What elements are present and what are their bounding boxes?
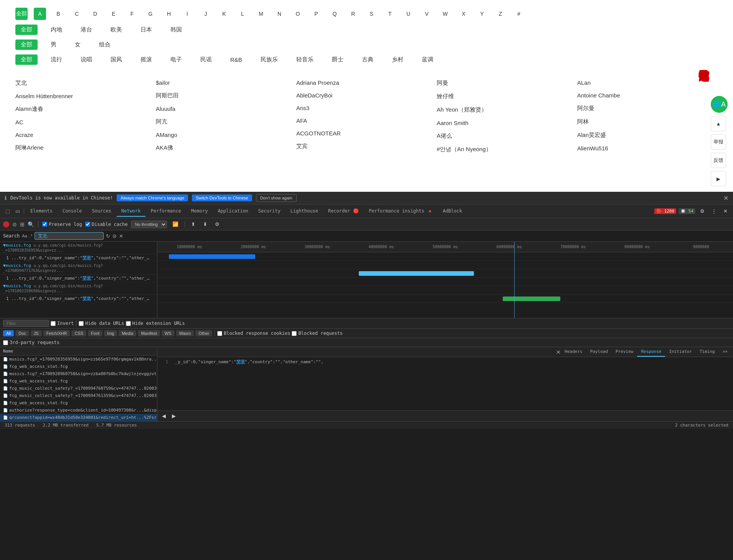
tab-performance[interactable]: Performance [146, 206, 186, 217]
filter-input[interactable] [3, 320, 49, 327]
request-sub-1[interactable]: 1 ...try_id":0,"singer_name":"艾北","count… [0, 254, 157, 262]
artist-item[interactable]: Ah Yeon（郑雅贤） [437, 103, 577, 117]
search-button[interactable]: 🔍 [28, 221, 34, 227]
artist-item[interactable]: ALan [577, 76, 718, 89]
artist-item[interactable]: $ailor [156, 76, 296, 89]
region-btn-mainland[interactable]: 内地 [45, 25, 68, 35]
tab-security[interactable]: Security [254, 206, 285, 217]
dot-button[interactable]: .* [30, 234, 32, 238]
genre-btn-guofeng[interactable]: 国风 [105, 54, 127, 65]
gender-btn-male[interactable]: 男 [45, 40, 62, 50]
artist-item[interactable]: Aaron Smith [437, 117, 577, 129]
device-icon[interactable]: ▭ [13, 207, 22, 216]
filter-css-button[interactable]: CSS [71, 330, 86, 336]
record-button[interactable] [3, 221, 9, 227]
response-text-1[interactable]: _y_id":0,"singer_name":"艾北","country":""… [175, 359, 324, 364]
tab-application[interactable]: Application [213, 206, 253, 217]
region-btn-all[interactable]: 全部 [15, 25, 38, 35]
alpha-btn-o[interactable]: O [292, 8, 304, 20]
artist-item[interactable]: Anselm Hüttenbrenner [15, 90, 156, 102]
gender-btn-group[interactable]: 组合 [94, 40, 116, 50]
alpha-btn-h[interactable]: H [163, 8, 175, 20]
preserve-log-label[interactable]: Preserve log [42, 222, 82, 227]
filter-fetch-button[interactable]: Fetch/XHR [43, 330, 70, 336]
name-row-7[interactable]: 📄 fcg_web_access_stat.fcg [0, 399, 157, 407]
name-row-1[interactable]: 📄 musics.fcg?_=1700928356959&sign=zzb65e… [0, 356, 157, 363]
response-tab-response[interactable]: Response [637, 347, 665, 357]
genre-btn-all[interactable]: 全部 [15, 54, 38, 65]
artist-item[interactable]: 阿曼 [437, 76, 577, 90]
switch-to-chinese-button[interactable]: Switch DevTools to Chinese [192, 194, 252, 201]
request-sub-2[interactable]: 1 ...try_id":0,"singer_name":"艾北","count… [0, 275, 157, 282]
more-options-icon[interactable]: ⋮ [709, 207, 719, 216]
name-row-8[interactable]: 📄 authorize?response_type=code&client_id… [0, 407, 157, 414]
genre-btn-rap[interactable]: 说唱 [75, 54, 97, 65]
response-tab-more[interactable]: >> [719, 347, 731, 357]
alpha-btn-i[interactable]: I [181, 8, 193, 20]
gender-btn-all[interactable]: 全部 [15, 40, 38, 50]
alpha-btn-e[interactable]: E [107, 8, 120, 20]
filter-button[interactable]: ⊞ [20, 221, 25, 227]
alpha-btn-s[interactable]: S [365, 8, 378, 20]
request-group-3[interactable]: ▼musics.fcg u.y.qq.com/cgi-bin/musics.fc… [0, 282, 157, 295]
genre-btn-rock[interactable]: 摇滚 [135, 54, 157, 65]
response-nav-left[interactable]: ◀ [160, 412, 168, 420]
artist-item[interactable]: 阿尔曼 [577, 102, 718, 115]
match-language-button[interactable]: Always match Chrome's language [117, 194, 188, 201]
name-row-2[interactable]: 📄 fcg_web_access_stat.fcg [0, 363, 157, 370]
response-close-button[interactable]: ✕ [556, 349, 561, 355]
artist-item[interactable]: Adriana Proenza [296, 76, 437, 89]
third-party-checkbox[interactable] [3, 340, 8, 345]
preserve-log-checkbox[interactable] [42, 222, 47, 227]
alpha-btn-c[interactable]: C [71, 8, 83, 20]
disable-cache-label[interactable]: Disable cache [85, 222, 128, 227]
translate-button[interactable]: 🌐A [711, 96, 728, 113]
response-tab-initiator[interactable]: Initiator [665, 347, 696, 357]
artist-item[interactable]: AC [15, 116, 156, 128]
alpha-btn-hash[interactable]: # [513, 8, 525, 20]
filter-ws-button[interactable]: WS [162, 330, 175, 336]
alpha-btn-r[interactable]: R [347, 8, 359, 20]
name-row-9[interactable]: 📄 qrconnect?appid=wx48db31d50e334801&red… [0, 414, 157, 421]
alpha-btn-m[interactable]: M [255, 8, 267, 20]
settings-icon[interactable]: ⚙ [698, 207, 707, 216]
alpha-btn-b[interactable]: B [52, 8, 64, 20]
alpha-btn-k[interactable]: K [218, 8, 230, 20]
tab-network[interactable]: Network [117, 206, 145, 217]
request-group-2[interactable]: ▼musics.fcg u.y.qq.com/cgi-bin/musics.fc… [0, 262, 157, 275]
request-sub-3[interactable]: 1 ...try_id":0,"singer_name":"艾北","count… [0, 295, 157, 303]
tab-elements[interactable]: Elements [26, 206, 57, 217]
name-row-4[interactable]: 📄 fcg_web_access_stat.fcg [0, 377, 157, 385]
tab-lighthouse[interactable]: Lighthouse [286, 206, 323, 217]
artist-item[interactable]: ACGOTNOTEAR [296, 127, 437, 140]
hide-extension-urls-checkbox[interactable] [126, 321, 131, 326]
disable-cache-checkbox[interactable] [85, 222, 90, 227]
name-row-5[interactable]: 📄 fcg_music_collect_safety?_=17009947607… [0, 385, 157, 392]
alpha-btn-q[interactable]: Q [329, 8, 341, 20]
search-close-button[interactable]: ✕ [119, 233, 123, 239]
artist-item[interactable]: 艾宾 [296, 140, 437, 153]
artist-item[interactable]: Antoine Chambe [577, 89, 718, 102]
artist-item[interactable]: Aluuufa [156, 102, 296, 115]
artist-item[interactable]: Alan昊宏盛 [577, 128, 718, 142]
genre-btn-light[interactable]: 轻音乐 [291, 54, 319, 65]
response-tab-preview[interactable]: Preview [612, 347, 637, 357]
notification-close-button[interactable]: ✕ [723, 194, 728, 202]
alpha-btn-all[interactable]: 全部 [15, 8, 28, 20]
alpha-btn-j[interactable]: J [200, 8, 212, 20]
alpha-btn-y[interactable]: Y [476, 8, 488, 20]
inspect-icon[interactable]: ⬚ [3, 207, 12, 216]
region-btn-gangtai[interactable]: 港台 [75, 25, 97, 35]
request-group-1[interactable]: ▼musics.fcg u.y.qq.com/cgi-bin/musics.fc… [0, 242, 157, 254]
aa-button[interactable]: Aa [22, 234, 27, 238]
wifi-icon[interactable]: 📶 [170, 220, 181, 229]
artist-item[interactable]: 艾北 [15, 76, 156, 90]
search-refresh-button[interactable]: ↻ [106, 233, 110, 239]
genre-btn-folk[interactable]: 民谣 [195, 54, 217, 65]
alpha-btn-g[interactable]: G [144, 8, 157, 20]
region-btn-korea[interactable]: 韩国 [165, 25, 187, 35]
filter-all-button[interactable]: All [3, 330, 14, 336]
throttle-select[interactable]: No throttling [131, 221, 167, 228]
blocked-cookies-label[interactable]: Blocked response cookies [217, 331, 290, 336]
blocked-requests-label[interactable]: Blocked requests [292, 331, 343, 336]
